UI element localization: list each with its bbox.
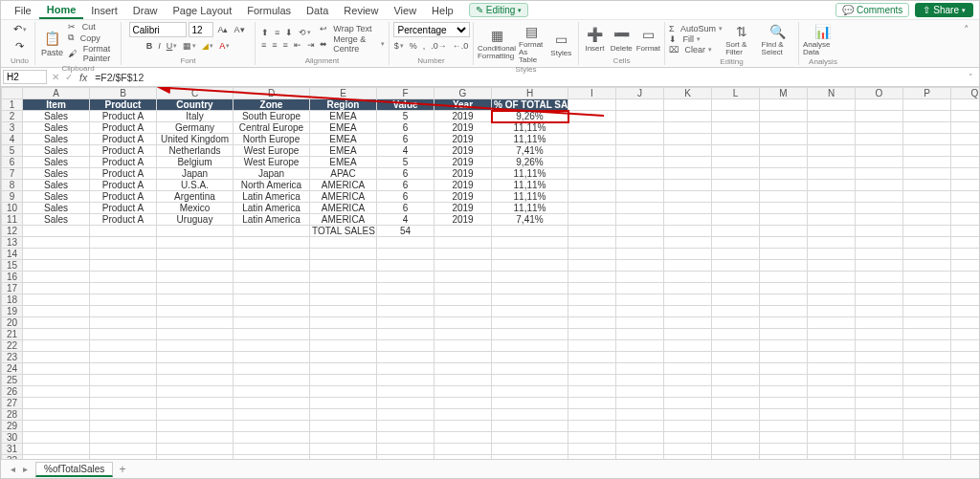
cell-F5[interactable]: 4 [377, 145, 434, 157]
cell-J14[interactable] [616, 249, 664, 260]
cell-P28[interactable] [903, 409, 951, 421]
cell-L10[interactable] [712, 203, 760, 214]
cell-N14[interactable] [808, 249, 856, 260]
cell-K24[interactable] [664, 363, 712, 375]
cell-D8[interactable]: North America [234, 180, 310, 191]
cell-G8[interactable]: 2019 [434, 180, 492, 191]
cell-K5[interactable] [664, 145, 712, 157]
cell-K16[interactable] [664, 272, 712, 283]
cell-P13[interactable] [903, 237, 951, 249]
cell-O27[interactable] [856, 398, 903, 409]
cell-H10[interactable]: 11,11% [492, 203, 568, 214]
cell-Q5[interactable] [951, 145, 980, 157]
cell-L17[interactable] [712, 283, 760, 294]
cell-L23[interactable] [712, 352, 760, 363]
row-header-32[interactable]: 32 [2, 455, 23, 460]
cell-O28[interactable] [856, 409, 903, 421]
cell-N28[interactable] [808, 409, 856, 421]
align-top-button[interactable]: ⬆ [259, 27, 271, 38]
cell-B4[interactable]: Product A [90, 134, 157, 145]
cell-O20[interactable] [856, 317, 903, 329]
cell-G16[interactable] [434, 272, 492, 283]
col-header-E[interactable]: E [310, 88, 377, 99]
cell-P17[interactable] [903, 283, 951, 294]
row-header-24[interactable]: 24 [2, 363, 23, 375]
col-header-O[interactable]: O [856, 88, 903, 99]
tab-data[interactable]: Data [299, 3, 336, 18]
cell-D7[interactable]: Japan [234, 168, 310, 180]
cell-P29[interactable] [903, 421, 951, 432]
format-as-table-button[interactable]: ▤Format As Table [519, 22, 546, 64]
cell-O18[interactable] [856, 294, 903, 306]
cell-C3[interactable]: Germany [157, 122, 234, 134]
cell-A3[interactable]: Sales [23, 122, 90, 134]
cell-E26[interactable] [310, 386, 377, 398]
cell-F23[interactable] [377, 352, 434, 363]
cell-J8[interactable] [616, 180, 664, 191]
cell-G20[interactable] [434, 317, 492, 329]
cell-O16[interactable] [856, 272, 903, 283]
cell-A13[interactable] [23, 237, 90, 249]
cell-J6[interactable] [616, 157, 664, 168]
cell-Q16[interactable] [951, 272, 980, 283]
format-painter-button[interactable]: 🖌 Format Painter [68, 44, 117, 63]
cell-A18[interactable] [23, 294, 90, 306]
col-header-M[interactable]: M [760, 88, 808, 99]
cell-K2[interactable] [664, 111, 712, 122]
cell-K14[interactable] [664, 249, 712, 260]
cell-G29[interactable] [434, 421, 492, 432]
row-header-22[interactable]: 22 [2, 340, 23, 352]
cell-H6[interactable]: 9,26% [492, 157, 568, 168]
col-header-J[interactable]: J [616, 88, 664, 99]
cell-I20[interactable] [568, 317, 616, 329]
cell-B18[interactable] [90, 294, 157, 306]
cell-L26[interactable] [712, 386, 760, 398]
cell-N11[interactable] [808, 214, 856, 226]
cell-H4[interactable]: 11,11% [492, 134, 568, 145]
cell-P1[interactable] [903, 99, 951, 111]
cell-K3[interactable] [664, 122, 712, 134]
cell-J16[interactable] [616, 272, 664, 283]
row-header-23[interactable]: 23 [2, 352, 23, 363]
cell-B32[interactable] [90, 455, 157, 460]
row-header-16[interactable]: 16 [2, 272, 23, 283]
cell-C1[interactable]: Country [157, 99, 234, 111]
cell-E4[interactable]: EMEA [310, 134, 377, 145]
cell-F4[interactable]: 6 [377, 134, 434, 145]
cell-J28[interactable] [616, 409, 664, 421]
cell-H18[interactable] [492, 294, 568, 306]
cell-B9[interactable]: Product A [90, 191, 157, 203]
cell-H12[interactable] [492, 226, 568, 237]
cell-H20[interactable] [492, 317, 568, 329]
row-header-3[interactable]: 3 [2, 122, 23, 134]
sheet-nav-next[interactable]: ▸ [19, 464, 32, 474]
cell-Q7[interactable] [951, 168, 980, 180]
merge-centre-button[interactable]: ⬌ Merge & Centre▾ [320, 34, 385, 54]
editing-mode[interactable]: ✎ Editing ▾ [469, 3, 529, 17]
cell-F24[interactable] [377, 363, 434, 375]
cell-N7[interactable] [808, 168, 856, 180]
cell-C23[interactable] [157, 352, 234, 363]
cell-H26[interactable] [492, 386, 568, 398]
cell-H23[interactable] [492, 352, 568, 363]
cell-Q20[interactable] [951, 317, 980, 329]
cell-K1[interactable] [664, 99, 712, 111]
collapse-ribbon-button[interactable]: ˄ [958, 22, 975, 65]
cell-H31[interactable] [492, 444, 568, 455]
cell-M28[interactable] [760, 409, 808, 421]
cell-C11[interactable]: Uruguay [157, 214, 234, 226]
cell-Q15[interactable] [951, 260, 980, 272]
cell-B10[interactable]: Product A [90, 203, 157, 214]
cell-H28[interactable] [492, 409, 568, 421]
cell-I23[interactable] [568, 352, 616, 363]
row-header-2[interactable]: 2 [2, 111, 23, 122]
cell-E18[interactable] [310, 294, 377, 306]
cell-K28[interactable] [664, 409, 712, 421]
cell-O22[interactable] [856, 340, 903, 352]
cell-L7[interactable] [712, 168, 760, 180]
cell-O10[interactable] [856, 203, 903, 214]
cell-M31[interactable] [760, 444, 808, 455]
cell-D15[interactable] [234, 260, 310, 272]
cell-B25[interactable] [90, 375, 157, 386]
cell-K25[interactable] [664, 375, 712, 386]
